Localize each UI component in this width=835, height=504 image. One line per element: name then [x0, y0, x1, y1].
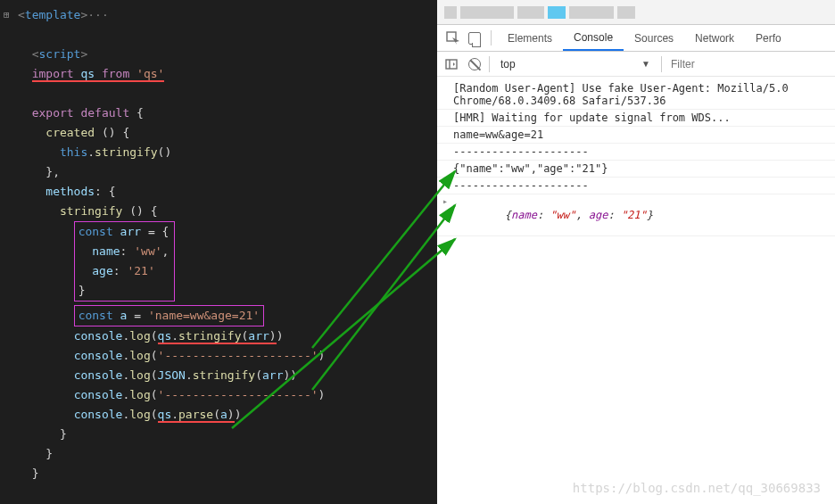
watermark: https://blog.csdn.net/qq_30669833: [573, 481, 821, 495]
code-line: }: [2, 444, 437, 464]
divider: [489, 56, 490, 72]
filter-input[interactable]: [667, 56, 830, 72]
devtools-pane: Elements Console Sources Network Perfo t…: [437, 0, 835, 504]
code-line: }: [2, 425, 437, 444]
code-line: methods: {: [2, 182, 437, 202]
svg-marker-3: [453, 62, 455, 66]
code-line: const arr = { name: 'ww', age: '21'}: [2, 221, 437, 302]
console-output-3[interactable]: {name: "ww", age: "21"}: [437, 194, 835, 236]
console-object: {name: "ww", age: "21"}: [505, 209, 653, 221]
code-editor-pane: ⊞ <template>··· <script> import qs from …: [0, 0, 437, 504]
browser-tab[interactable]: [517, 6, 544, 19]
code-line: console.log(qs.parse(a)): [2, 405, 437, 425]
console-output-2: {"name":"ww","age":"21"}: [437, 161, 835, 178]
console-output-1: name=ww&age=21: [437, 127, 835, 144]
code-line: const a = 'name=ww&age=21': [2, 305, 437, 326]
code-line: console.log(qs.stringify(arr)): [2, 326, 437, 346]
browser-tab[interactable]: [569, 6, 614, 19]
context-selector[interactable]: top ▼: [495, 56, 656, 72]
browser-tab[interactable]: [444, 6, 457, 19]
devtools-tabs: Elements Console Sources Network Perfo: [437, 25, 835, 52]
code-line: }: [2, 464, 437, 483]
code-line: <template>···: [2, 5, 437, 25]
console-toolbar: top ▼: [437, 52, 835, 77]
code-line: stringify () {: [2, 202, 437, 221]
tab-elements[interactable]: Elements: [497, 25, 563, 51]
code-line: console.log('---------------------'): [2, 385, 437, 405]
clear-console-icon[interactable]: [466, 58, 484, 70]
context-selector-label: top: [500, 58, 516, 70]
console-message: ---------------------: [437, 144, 835, 161]
browser-tab[interactable]: [617, 6, 635, 19]
tab-sources[interactable]: Sources: [624, 25, 684, 51]
code-line: <script>: [2, 45, 437, 64]
divider: [661, 56, 662, 72]
inspect-icon[interactable]: [442, 25, 464, 51]
code-line: console.log(JSON.stringify(arr)): [2, 366, 437, 385]
console-message: [Random User-Agent] Use fake User-Agent:…: [437, 80, 835, 110]
device-toggle-icon[interactable]: [464, 25, 485, 51]
browser-tabstrip: [437, 0, 835, 25]
code-line: [2, 84, 437, 103]
code-line: [2, 25, 437, 45]
divider: [491, 30, 492, 45]
tab-network[interactable]: Network: [684, 25, 745, 51]
tab-performance[interactable]: Perfo: [745, 25, 792, 51]
console-sidebar-toggle-icon[interactable]: [442, 58, 460, 70]
console-output: [Random User-Agent] Use fake User-Agent:…: [437, 77, 835, 504]
code-line: created () {: [2, 123, 437, 143]
code-line: this.stringify(): [2, 143, 437, 162]
tab-console[interactable]: Console: [563, 25, 624, 51]
code-line: console.log('---------------------'): [2, 346, 437, 366]
console-message: ---------------------: [437, 178, 835, 194]
code-line: import qs from 'qs': [2, 64, 437, 84]
browser-tab-active[interactable]: [548, 6, 566, 19]
code-line: },: [2, 162, 437, 182]
console-message: [HMR] Waiting for update signal from WDS…: [437, 110, 835, 127]
code-line: export default {: [2, 103, 437, 123]
chevron-down-icon: ▼: [641, 59, 650, 69]
browser-tab[interactable]: [460, 6, 514, 19]
svg-rect-1: [446, 60, 457, 69]
